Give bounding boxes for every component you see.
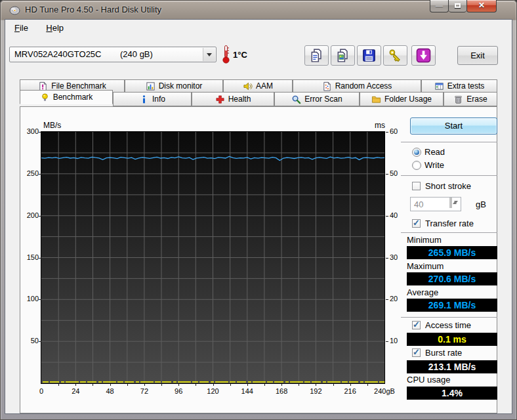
right-axis-unit: ms	[362, 121, 385, 130]
right-tick	[386, 216, 388, 217]
save-icon	[362, 56, 377, 65]
tab-disk-monitor[interactable]: Disk monitor	[125, 79, 223, 93]
tab-label: Info	[152, 94, 165, 104]
copy-image-icon	[335, 56, 350, 65]
x-tick	[127, 384, 128, 386]
x-tick	[178, 384, 179, 386]
tab-label: Error Scan	[304, 94, 342, 104]
access-time-value: 0.1 ms	[407, 333, 497, 346]
title-bar[interactable]: HD Tune Pro 4.50 - Hard Disk Utility — ✕	[0, 0, 517, 20]
x-tick	[161, 384, 162, 386]
access-time-label[interactable]: Access time	[425, 320, 471, 330]
left-tick	[39, 341, 41, 342]
burst-rate-label[interactable]: Burst rate	[425, 348, 462, 358]
tab-label: Erase	[466, 94, 487, 104]
window-title: HD Tune Pro 4.50 - Hard Disk Utility	[25, 5, 161, 14]
right-tick	[386, 132, 388, 133]
copy-image-button[interactable]	[331, 45, 355, 66]
save-button[interactable]	[357, 45, 381, 66]
tab-random-access[interactable]: Random Access	[293, 79, 421, 93]
short-stroke-checkbox[interactable]	[412, 182, 421, 190]
read-radio-label[interactable]: Read	[424, 147, 445, 157]
copy-text-button[interactable]	[304, 45, 329, 66]
x-axis-label: 24	[61, 387, 90, 395]
tab-health[interactable]: Health	[192, 92, 274, 106]
x-tick	[299, 384, 299, 386]
left-tick	[39, 216, 41, 217]
tab-label: AAM	[256, 81, 273, 91]
app-window: HD Tune Pro 4.50 - Hard Disk Utility — ✕…	[0, 0, 517, 420]
tab-label: Random Access	[335, 81, 392, 91]
x-tick	[281, 384, 282, 386]
x-axis-label: 192	[301, 387, 330, 395]
y-axis-left-label: 200	[14, 211, 39, 219]
left-tick	[39, 132, 41, 133]
info-icon	[139, 94, 149, 104]
x-tick	[230, 384, 231, 386]
separator	[401, 142, 497, 142]
short-stroke-label[interactable]: Short stroke	[425, 181, 471, 191]
tab-aam[interactable]: AAM	[223, 79, 293, 93]
start-button[interactable]: Start	[410, 117, 497, 135]
temperature-readout: 1°C	[233, 50, 247, 60]
tab-error-scan[interactable]: Error Scan	[274, 92, 360, 106]
x-axis-label: 216	[336, 387, 365, 395]
x-tick	[144, 384, 145, 386]
x-axis-label: 96	[164, 387, 193, 395]
x-axis-label: 48	[96, 387, 125, 395]
drive-capacity: (240 gB)	[120, 47, 153, 62]
write-radio-label[interactable]: Write	[424, 160, 444, 170]
burst-rate-checkbox[interactable]	[412, 348, 421, 357]
y-axis-left-label: 250	[14, 169, 39, 177]
tab-extra-tests[interactable]: Extra tests	[421, 79, 497, 93]
transfer-rate-label[interactable]: Transfer rate	[425, 219, 474, 228]
cpu-usage-label: CPU usage	[407, 375, 450, 385]
maximize-button[interactable]	[449, 0, 466, 12]
options-button[interactable]	[383, 45, 407, 66]
close-button[interactable]: ✕	[466, 0, 497, 12]
exit-button[interactable]: Exit	[457, 46, 498, 65]
drive-model: MRV052A240GTO25C	[14, 49, 101, 59]
y-axis-left-label: 150	[14, 253, 39, 261]
access-time-checkbox[interactable]	[412, 321, 421, 329]
client-area: File Help MRV052A240GTO25C (240 gB) 1°C …	[5, 20, 512, 413]
stepper-down-icon[interactable]	[451, 198, 452, 208]
write-radio[interactable]	[412, 161, 421, 170]
app-icon	[9, 5, 20, 16]
error-scan-icon	[291, 94, 301, 104]
separator	[401, 232, 497, 233]
x-tick	[58, 384, 59, 386]
tab-label: Disk monitor	[159, 81, 203, 91]
tab-benchmark[interactable]: Benchmark	[20, 90, 113, 104]
read-radio[interactable]	[412, 148, 421, 157]
y-axis-left-label: 100	[14, 295, 39, 303]
tab-label: Benchmark	[53, 93, 93, 102]
download-button[interactable]	[411, 45, 436, 66]
menu-help[interactable]: Help	[39, 20, 70, 35]
tab-erase[interactable]: Erase	[444, 92, 497, 106]
left-tick	[39, 174, 41, 175]
x-tick	[316, 384, 316, 386]
x-tick	[367, 384, 368, 386]
menu-bar: File Help	[5, 20, 512, 37]
minimum-label: Minimum	[407, 235, 442, 245]
x-tick	[75, 384, 76, 386]
tab-label: Health	[228, 94, 251, 104]
tab-info[interactable]: Info	[113, 92, 192, 106]
transfer-rate-checkbox[interactable]	[412, 219, 421, 228]
thermometer-icon	[222, 45, 230, 64]
x-tick	[247, 384, 248, 386]
tab-folder-usage[interactable]: Folder Usage	[360, 92, 444, 106]
left-tick	[39, 299, 41, 300]
x-tick	[333, 384, 334, 386]
extra-tests-icon	[434, 81, 444, 91]
copy-text-icon	[309, 56, 324, 65]
benchmark-chart	[41, 131, 385, 384]
chevron-down-icon[interactable]	[203, 48, 215, 61]
short-stroke-size-stepper[interactable]: 40	[410, 197, 461, 211]
menu-file[interactable]: File	[8, 20, 35, 35]
minimum-value: 265.9 MB/s	[407, 246, 497, 259]
minimize-button[interactable]: —	[430, 0, 449, 12]
drive-selector[interactable]: MRV052A240GTO25C (240 gB)	[9, 47, 217, 62]
average-label: Average	[407, 287, 438, 297]
